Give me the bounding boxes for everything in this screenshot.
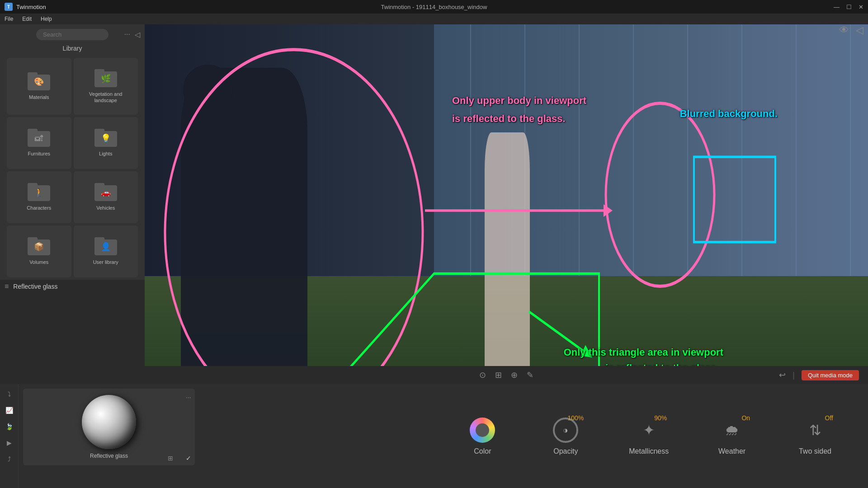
weather-value: On — [741, 414, 750, 422]
materials-label: Materials — [29, 94, 49, 100]
play-icon[interactable]: ▶ — [4, 437, 14, 448]
library-label: Library — [0, 45, 145, 56]
grid-toolbar-icon[interactable]: ⊞ — [495, 370, 502, 380]
lights-label: Lights — [99, 150, 112, 157]
vehicles-label: Vehicles — [96, 205, 115, 211]
annotation-pink-1: Only upper body in viewport — [452, 94, 586, 108]
two-sided-icon-container: ⇅ Off — [802, 417, 829, 444]
box-icon: 📦 — [34, 242, 44, 252]
person-icon: 🚶 — [34, 188, 44, 197]
annotation-green-1: Only this triangle area in viewport — [564, 346, 723, 359]
bottom-panel: ⤵ 📈 🍃 ▶ ⤴ ... Reflective glass ✓ ⊞ Color — [0, 384, 868, 488]
back-arrow-icon[interactable]: ↩ — [779, 370, 786, 380]
panel-icons-left: ⤵ 📈 🍃 ▶ ⤴ — [0, 384, 19, 488]
tree-icon: 🌿 — [101, 74, 111, 84]
prop-metallicness[interactable]: ✦ 90% Metallicness — [622, 417, 676, 455]
prop-two-sided[interactable]: ⇅ Off Two sided — [788, 417, 842, 455]
user-library-label: User library — [93, 259, 118, 265]
two-sided-label: Two sided — [799, 447, 831, 455]
window-controls: — ☐ ✕ — [834, 4, 863, 10]
minimize-button[interactable]: — — [834, 4, 840, 10]
reflective-glass-card[interactable]: ... Reflective glass ✓ ⊞ — [23, 389, 195, 465]
window-title: Twinmotion - 191114_boxhouse_window — [381, 4, 487, 10]
close-button[interactable]: ✕ — [859, 4, 863, 10]
chart-icon[interactable]: 📈 — [4, 405, 14, 416]
viewport: Only upper body in viewport is reflected… — [145, 24, 868, 384]
bulb-icon: 💡 — [101, 133, 111, 143]
color-icon — [469, 417, 496, 444]
metallicness-value: 90% — [654, 414, 667, 422]
menu-edit[interactable]: Edit — [22, 16, 32, 22]
annotation-pink-2: is reflected to the glass. — [452, 113, 566, 126]
material-grid-icon[interactable]: ⊞ — [168, 455, 173, 462]
viewport-toolbar-right: ↩ | Quit media mode — [779, 370, 859, 380]
sidebar-item-characters[interactable]: 🚶 Characters — [7, 171, 71, 223]
sidebar-header: ··· ◁ — [0, 24, 145, 45]
hamburger-icon[interactable]: ≡ — [5, 282, 9, 291]
maximize-button[interactable]: ☐ — [846, 4, 852, 10]
panel-label-text: Reflective glass — [13, 283, 57, 290]
material-card-section: ... Reflective glass ✓ ⊞ — [19, 384, 430, 488]
metallicness-icon: ✦ 90% — [635, 417, 662, 444]
sidebar: ··· ◁ Library 🎨 Materials 🌿 Vegetation — [0, 24, 145, 280]
search-toolbar-icon[interactable]: ⊙ — [479, 370, 486, 380]
material-properties: Color ◑ 100% Opacity ✦ 90% Metallicness … — [430, 384, 868, 488]
annotation-cyan: Blurred background. — [680, 108, 778, 120]
volumes-label: Volumes — [29, 259, 48, 265]
furnitures-label: Furnitures — [28, 150, 50, 157]
move-toolbar-icon[interactable]: ⊕ — [511, 370, 518, 380]
car-icon: 🚗 — [101, 188, 111, 197]
scene-character-2 — [485, 132, 530, 384]
color-label: Color — [474, 447, 491, 455]
viewport-toolbar: ⊙ ⊞ ⊕ ✎ ↩ | Quit media mode — [145, 366, 868, 384]
opacity-value: 100% — [568, 414, 584, 422]
import-icon[interactable]: ⤵ — [4, 389, 14, 399]
metallic-symbol: ✦ — [643, 422, 655, 439]
prop-weather[interactable]: 🌧 On Weather — [705, 417, 759, 455]
app-name: Twinmotion — [16, 4, 46, 10]
edit-toolbar-icon[interactable]: ✎ — [527, 370, 533, 380]
two-sided-value: Off — [825, 414, 833, 422]
separator-icon: | — [793, 371, 795, 380]
prop-color[interactable]: Color — [455, 417, 509, 455]
titlebar: T Twinmotion Twinmotion - 191114_boxhous… — [0, 0, 868, 14]
characters-label: Characters — [27, 205, 51, 211]
sidebar-item-vehicles[interactable]: 🚗 Vehicles — [74, 171, 138, 223]
viewport-tr-icons: 👁 ◁ — [839, 24, 863, 36]
weather-symbol: 🌧 — [725, 422, 739, 439]
sidebar-item-furnitures[interactable]: 🛋 Furnitures — [7, 117, 71, 169]
library-grid: 🎨 Materials 🌿 Vegetation and landscape 🛋 — [0, 56, 145, 280]
sidebar-item-userlibrary[interactable]: 👤 User library — [74, 225, 138, 277]
user-icon: 👤 — [101, 242, 111, 252]
titlebar-left: T Twinmotion — [5, 3, 46, 11]
menu-file[interactable]: File — [5, 16, 13, 22]
scene-character-head — [183, 65, 233, 114]
export-icon[interactable]: ⤴ — [4, 454, 14, 465]
sidebar-header-icons: ··· ◁ — [124, 30, 140, 39]
material-name-label: Reflective glass — [90, 453, 128, 459]
vegetation-label: Vegetation and landscape — [77, 91, 135, 104]
quit-media-button[interactable]: Quit media mode — [802, 370, 859, 380]
metallicness-label: Metallicness — [629, 447, 669, 455]
app-logo: T — [5, 3, 13, 11]
opacity-label: Opacity — [553, 447, 578, 455]
sidebar-item-materials[interactable]: 🎨 Materials — [7, 58, 71, 115]
more-options-icon[interactable]: ··· — [124, 30, 130, 39]
card-more-options[interactable]: ... — [186, 392, 191, 399]
sidebar-item-vegetation[interactable]: 🌿 Vegetation and landscape — [74, 58, 138, 115]
fan-icon: 🎨 — [34, 77, 44, 87]
menubar: File Edit Help — [0, 14, 868, 24]
weather-icon-container: 🌧 On — [718, 417, 745, 444]
sidebar-item-lights[interactable]: 💡 Lights — [74, 117, 138, 169]
chevron-left-icon[interactable]: ◁ — [856, 24, 863, 36]
leaf-icon[interactable]: 🍃 — [4, 421, 14, 432]
eye-icon[interactable]: 👁 — [839, 24, 849, 36]
prop-opacity[interactable]: ◑ 100% Opacity — [538, 417, 593, 455]
scene-character-main — [181, 68, 307, 384]
collapse-icon[interactable]: ◁ — [135, 30, 140, 39]
opacity-icon: ◑ 100% — [552, 417, 579, 444]
menu-help[interactable]: Help — [41, 16, 52, 22]
sidebar-item-volumes[interactable]: 📦 Volumes — [7, 225, 71, 277]
sofa-icon: 🛋 — [35, 134, 43, 143]
search-input[interactable] — [36, 29, 108, 40]
